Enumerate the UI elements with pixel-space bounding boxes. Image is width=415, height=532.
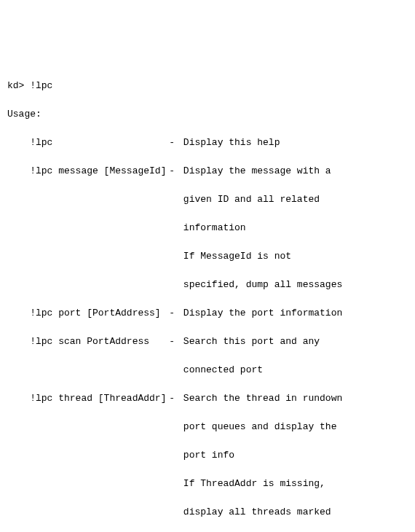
pad	[30, 249, 166, 264]
desc-text: display all threads marked	[183, 506, 331, 517]
desc-text: information	[183, 222, 246, 233]
pad	[30, 420, 166, 434]
cmd-message-row: !lpc message [MessageId]- Display the me…	[7, 164, 408, 179]
desc-text: Display the message with a	[183, 165, 331, 176]
cmd-thread-row: !lpc thread [ThreadAddr]- Search the thr…	[7, 391, 408, 406]
cmd-help-row: !lpc- Display this help	[7, 136, 408, 150]
desc-cont: given ID and all related	[7, 192, 408, 207]
desc-text: If MessageId is not	[183, 251, 291, 262]
desc-cont: port queues and display the	[7, 420, 408, 434]
sep: -	[166, 164, 178, 179]
cmd-scan-row: !lpc scan PortAddress- Search this port …	[7, 335, 408, 349]
cmd-text: !lpc	[30, 136, 166, 150]
desc-text: connected port	[183, 364, 263, 375]
desc-text: specified, dump all messages	[183, 279, 342, 290]
sep: -	[166, 306, 178, 321]
pad	[30, 192, 166, 207]
usage-header: Usage:	[7, 107, 408, 122]
desc-text: port info	[183, 450, 234, 461]
desc-cont: specified, dump all messages	[7, 278, 408, 292]
pad	[30, 477, 166, 491]
pad	[30, 448, 166, 463]
sep: -	[166, 136, 178, 150]
desc-cont: port info	[7, 448, 408, 463]
pad	[30, 221, 166, 235]
cmd-text: !lpc message [MessageId]	[30, 164, 166, 179]
cmd-text: !lpc port [PortAddress]	[30, 306, 166, 321]
terminal-output: kd> !lpc Usage: !lpc- Display this help …	[7, 64, 408, 532]
pad	[30, 505, 166, 520]
desc-text: given ID and all related	[183, 194, 320, 205]
cmd-text: !lpc scan PortAddress	[30, 335, 166, 349]
desc-cont: connected port	[7, 363, 408, 378]
sep: -	[166, 335, 178, 349]
desc-cont: information	[7, 221, 408, 235]
cmd-port-row: !lpc port [PortAddress]- Display the por…	[7, 306, 408, 321]
pad	[30, 363, 166, 378]
desc-text: Search the thread in rundown	[183, 393, 342, 404]
desc-cont: display all threads marked	[7, 505, 408, 520]
desc-text: port queues and display the	[183, 421, 337, 432]
desc-text: Display this help	[183, 137, 280, 148]
prompt-line: kd> !lpc	[7, 79, 408, 93]
desc-cont: If MessageId is not	[7, 249, 408, 264]
desc-text: If ThreadAddr is missing,	[183, 478, 325, 489]
desc-cont: If ThreadAddr is missing,	[7, 477, 408, 491]
cmd-text: !lpc thread [ThreadAddr]	[30, 391, 166, 406]
desc-text: Display the port information	[183, 308, 342, 318]
desc-text: Search this port and any	[183, 336, 320, 347]
pad	[30, 278, 166, 292]
sep: -	[166, 391, 178, 406]
